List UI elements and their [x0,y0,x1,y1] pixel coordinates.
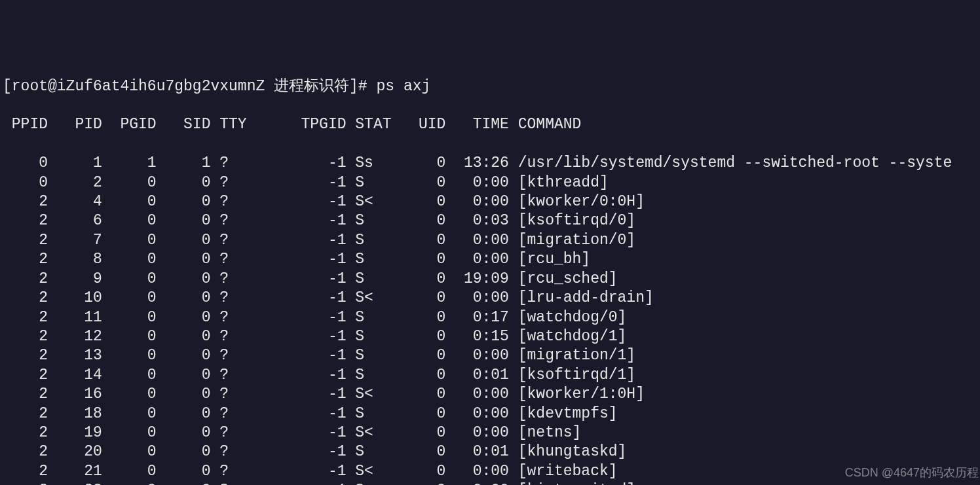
shell-prompt: [root@iZuf6at4ih6u7gbg2vxumnZ 进程标识符]# ps… [3,78,430,95]
table-row: 2 18 0 0 ? -1 S 0 0:00 [kdevtmpfs] [3,404,980,423]
table-row: 0 2 0 0 ? -1 S 0 0:00 [kthreadd] [3,173,980,192]
table-row: 2 20 0 0 ? -1 S 0 0:01 [khungtaskd] [3,442,980,461]
table-row: 2 22 0 0 ? -1 S< 0 0:00 [kintegrityd] [3,481,980,485]
table-row: 2 8 0 0 ? -1 S 0 0:00 [rcu_bh] [3,250,980,269]
table-row: 2 16 0 0 ? -1 S< 0 0:00 [kworker/1:0H] [3,385,980,404]
table-row: 2 19 0 0 ? -1 S< 0 0:00 [netns] [3,423,980,442]
table-row: 2 13 0 0 ? -1 S 0 0:00 [migration/1] [3,346,980,365]
table-row: 2 9 0 0 ? -1 S 0 19:09 [rcu_sched] [3,270,980,289]
table-row: 2 21 0 0 ? -1 S< 0 0:00 [writeback] [3,462,980,481]
ps-output: 0 1 1 1 ? -1 Ss 0 13:26 /usr/lib/systemd… [3,154,980,485]
table-row: 2 12 0 0 ? -1 S 0 0:15 [watchdog/1] [3,327,980,346]
watermark: CSDN @4647的码农历程 [845,463,979,482]
table-row: 2 11 0 0 ? -1 S 0 0:17 [watchdog/0] [3,308,980,327]
ps-header: PPID PID PGID SID TTY TPGID STAT UID TIM… [3,115,980,134]
shell-prompt-line[interactable]: [root@iZuf6at4ih6u7gbg2vxumnZ 进程标识符]# ps… [3,77,980,96]
table-row: 2 14 0 0 ? -1 S 0 0:01 [ksoftirqd/1] [3,366,980,385]
table-row: 2 4 0 0 ? -1 S< 0 0:00 [kworker/0:0H] [3,192,980,211]
table-row: 0 1 1 1 ? -1 Ss 0 13:26 /usr/lib/systemd… [3,154,980,173]
table-row: 2 7 0 0 ? -1 S 0 0:00 [migration/0] [3,231,980,250]
table-row: 2 10 0 0 ? -1 S< 0 0:00 [lru-add-drain] [3,289,980,308]
table-row: 2 6 0 0 ? -1 S 0 0:03 [ksoftirqd/0] [3,211,980,230]
